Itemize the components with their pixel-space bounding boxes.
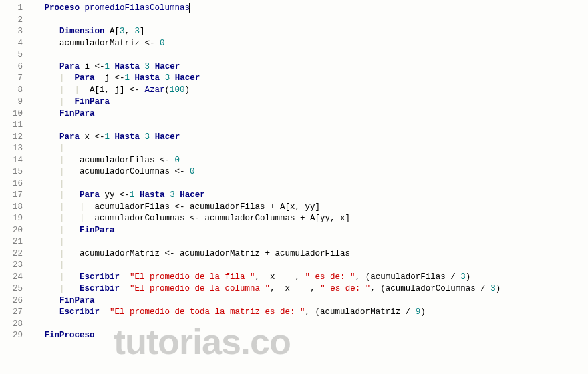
code-line[interactable]: 6 Para i <-1 Hasta 3 Hacer bbox=[0, 61, 588, 73]
code-line[interactable]: 14 | acumuladorFilas <- 0 bbox=[0, 155, 588, 167]
token-kw: Escribir bbox=[80, 272, 120, 282]
code-content[interactable]: | Para j <-1 Hasta 3 Hacer bbox=[29, 73, 588, 85]
code-content[interactable]: | acumuladorMatriz <- acumuladorMatriz +… bbox=[29, 248, 588, 260]
token-guide: | bbox=[59, 144, 65, 153]
code-content[interactable]: FinPara bbox=[29, 108, 588, 120]
code-line[interactable]: 21 | bbox=[0, 236, 588, 248]
line-number: 16 bbox=[0, 178, 29, 190]
code-line[interactable]: 19 | | acumuladorColumnas <- acumuladorC… bbox=[0, 213, 588, 225]
code-line[interactable]: 12 Para x <-1 Hasta 3 Hacer bbox=[0, 132, 588, 144]
token-guide: | bbox=[59, 179, 65, 188]
token-txt: acumuladorFilas <- acumuladorFilas + A[x… bbox=[95, 202, 321, 212]
code-content[interactable]: | Escribir "El promedio de la fila ", x … bbox=[29, 272, 588, 284]
token-txt: acumuladorColumnas <- acumuladorColumnas… bbox=[95, 214, 351, 223]
code-line[interactable]: 18 | | acumuladorFilas <- acumuladorFila… bbox=[0, 202, 588, 214]
code-line[interactable]: 22 | acumuladorMatriz <- acumuladorMatri… bbox=[0, 248, 588, 260]
code-content[interactable]: | Escribir "El promedio de la columna ",… bbox=[29, 283, 588, 295]
code-content[interactable]: Para i <-1 Hasta 3 Hacer bbox=[29, 61, 588, 73]
token-txt bbox=[29, 167, 59, 176]
code-content[interactable]: | | acumuladorColumnas <- acumuladorColu… bbox=[29, 213, 588, 225]
token-txt: acumuladorMatriz <- bbox=[29, 39, 160, 48]
code-content[interactable]: | FinPara bbox=[29, 96, 588, 108]
line-number: 7 bbox=[0, 73, 29, 85]
token-txt bbox=[140, 62, 145, 71]
token-txt: ] bbox=[140, 27, 145, 36]
token-txt: A[ bbox=[105, 27, 120, 36]
code-content[interactable] bbox=[29, 319, 588, 331]
line-number: 13 bbox=[0, 143, 29, 155]
code-content[interactable] bbox=[29, 49, 588, 61]
code-line[interactable]: 24 | Escribir "El promedio de la fila ",… bbox=[0, 272, 588, 284]
code-content[interactable]: | bbox=[29, 236, 588, 248]
code-content[interactable]: | bbox=[29, 260, 588, 272]
code-line[interactable]: 20 | FinPara bbox=[0, 225, 588, 237]
token-num: 1 bbox=[105, 62, 110, 71]
code-line[interactable]: 29 FinProceso bbox=[0, 330, 588, 342]
token-num: 3 bbox=[490, 284, 496, 293]
code-line[interactable]: 13 | bbox=[0, 143, 588, 155]
token-num: 3 bbox=[170, 190, 175, 200]
code-line[interactable]: 15 | acumuladorColumnas <- 0 bbox=[0, 166, 588, 178]
code-content[interactable]: | acumuladorFilas <- 0 bbox=[29, 155, 588, 167]
token-txt: , (acumuladorMatriz / bbox=[305, 307, 416, 317]
token-txt bbox=[29, 260, 59, 270]
code-content[interactable]: | bbox=[29, 143, 588, 155]
code-content[interactable]: acumuladorMatriz <- 0 bbox=[29, 38, 588, 50]
code-line[interactable]: 10 FinPara bbox=[0, 108, 588, 120]
code-line[interactable]: 8 | | A[i, j] <- Azar(100) bbox=[0, 85, 588, 97]
code-content[interactable]: | FinPara bbox=[29, 225, 588, 237]
token-txt bbox=[120, 284, 130, 293]
line-number: 27 bbox=[0, 307, 29, 319]
code-content[interactable]: Para x <-1 Hasta 3 Hacer bbox=[29, 132, 588, 144]
code-content[interactable]: FinProceso bbox=[29, 330, 588, 342]
code-content[interactable]: | bbox=[29, 178, 588, 190]
code-line[interactable]: 5 bbox=[0, 49, 588, 61]
code-line[interactable]: 1 Proceso promedioFilasColumnas bbox=[0, 3, 588, 15]
token-txt: i <- bbox=[80, 62, 105, 71]
code-content[interactable]: | acumuladorColumnas <- 0 bbox=[29, 166, 588, 178]
code-content[interactable] bbox=[29, 15, 588, 27]
code-content[interactable]: FinPara bbox=[29, 295, 588, 307]
token-txt bbox=[29, 272, 59, 282]
line-number: 3 bbox=[0, 26, 29, 38]
token-txt: x <- bbox=[80, 132, 105, 142]
code-content[interactable]: | Para yy <-1 Hasta 3 Hacer bbox=[29, 190, 588, 202]
line-number: 23 bbox=[0, 260, 29, 272]
code-line[interactable]: 3 Dimension A[3, 3] bbox=[0, 26, 588, 38]
code-line[interactable]: 28 bbox=[0, 319, 588, 331]
token-str: " es de: " bbox=[305, 272, 355, 282]
code-content[interactable] bbox=[29, 120, 588, 132]
token-txt: yy <- bbox=[100, 190, 130, 200]
code-line[interactable]: 25 | Escribir "El promedio de la columna… bbox=[0, 283, 588, 295]
code-content[interactable]: Dimension A[3, 3] bbox=[29, 26, 588, 38]
code-line[interactable]: 7 | Para j <-1 Hasta 3 Hacer bbox=[0, 73, 588, 85]
token-txt bbox=[29, 109, 59, 118]
code-line[interactable]: 23 | bbox=[0, 260, 588, 272]
token-guide: | bbox=[59, 237, 65, 246]
token-str: "El promedio de la fila " bbox=[130, 272, 255, 282]
code-line[interactable]: 16 | bbox=[0, 178, 588, 190]
code-line[interactable]: 4 acumuladorMatriz <- 0 bbox=[0, 38, 588, 50]
token-kw: Para bbox=[80, 190, 100, 200]
code-line[interactable]: 17 | Para yy <-1 Hasta 3 Hacer bbox=[0, 190, 588, 202]
code-line[interactable]: 27 Escribir "El promedio de toda la matr… bbox=[0, 307, 588, 319]
code-line[interactable]: 11 bbox=[0, 120, 588, 132]
token-txt bbox=[29, 120, 45, 130]
token-guide: | bbox=[59, 73, 75, 83]
code-editor[interactable]: 1 Proceso promedioFilasColumnas2 3 Dimen… bbox=[0, 0, 588, 342]
code-content[interactable]: | | A[i, j] <- Azar(100) bbox=[29, 85, 588, 97]
code-content[interactable]: Escribir "El promedio de toda la matriz … bbox=[29, 307, 588, 319]
code-content[interactable]: | | acumuladorFilas <- acumuladorFilas +… bbox=[29, 202, 588, 214]
code-line[interactable]: 9 | FinPara bbox=[0, 96, 588, 108]
token-txt bbox=[29, 249, 59, 258]
code-line[interactable]: 2 bbox=[0, 15, 588, 27]
token-txt: ) bbox=[420, 307, 426, 317]
token-txt bbox=[29, 319, 45, 329]
token-txt bbox=[29, 62, 59, 71]
token-num: 1 bbox=[125, 73, 130, 83]
token-txt bbox=[130, 73, 135, 83]
token-guide: | bbox=[59, 260, 65, 270]
code-line[interactable]: 26 FinPara bbox=[0, 295, 588, 307]
line-number: 1 bbox=[0, 3, 29, 15]
code-content[interactable]: Proceso promedioFilasColumnas bbox=[29, 3, 588, 15]
